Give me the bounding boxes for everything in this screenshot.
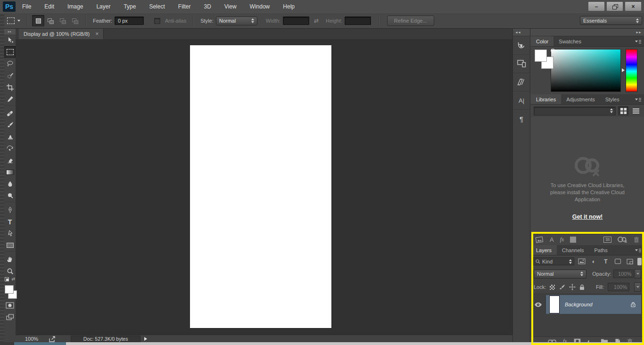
add-character-style-icon[interactable]: A bbox=[550, 236, 554, 243]
move-tool[interactable] bbox=[4, 34, 16, 46]
menu-help[interactable]: Help bbox=[276, 0, 301, 13]
tab-swatches[interactable]: Swatches bbox=[553, 36, 586, 46]
document-info[interactable]: Doc: 527.3K/0 bytes bbox=[71, 336, 140, 342]
document-tab[interactable]: Display ad @ 100% (RGB/8) × bbox=[19, 29, 104, 39]
type-tool[interactable]: T bbox=[4, 216, 16, 228]
menu-3d[interactable]: 3D bbox=[197, 0, 217, 13]
toolbar-collapse-arrows[interactable]: ▸▸ bbox=[4, 29, 16, 34]
tab-close-icon[interactable]: × bbox=[95, 31, 99, 37]
delete-library-item-icon[interactable] bbox=[634, 237, 639, 243]
filter-smart-objects-button[interactable] bbox=[625, 257, 635, 266]
swap-width-height-icon[interactable]: ⇄ bbox=[314, 19, 319, 23]
filter-type-layers-button[interactable]: T bbox=[601, 257, 611, 266]
layer-thumbnail[interactable] bbox=[549, 296, 560, 313]
tool-preset-picker[interactable] bbox=[5, 16, 23, 25]
menu-file[interactable]: File bbox=[16, 0, 38, 13]
style-select[interactable]: Normal bbox=[216, 16, 257, 25]
opacity-value[interactable]: 100% bbox=[613, 270, 634, 278]
add-layer-style-icon[interactable]: fx bbox=[560, 236, 564, 243]
panel-menu-icon[interactable] bbox=[635, 40, 641, 43]
workspace-select[interactable]: Essentials bbox=[580, 16, 642, 25]
rectangle-shape-tool[interactable] bbox=[4, 239, 16, 251]
width-input[interactable] bbox=[283, 16, 309, 25]
eraser-tool[interactable] bbox=[4, 155, 16, 166]
screen-mode-button[interactable] bbox=[4, 311, 16, 323]
blur-tool[interactable] bbox=[4, 178, 16, 190]
height-input[interactable] bbox=[345, 16, 371, 25]
spot-healing-brush-tool[interactable] bbox=[4, 107, 16, 119]
zoom-level[interactable]: 100% bbox=[25, 336, 38, 342]
fill-value[interactable]: 100% bbox=[608, 283, 629, 291]
filter-pixel-layers-button[interactable] bbox=[577, 257, 586, 266]
foreground-color-swatch[interactable] bbox=[5, 285, 14, 294]
collapse-left-arrows[interactable]: ◄◄ bbox=[513, 29, 530, 36]
quick-selection-tool[interactable] bbox=[4, 70, 16, 82]
history-panel-button[interactable] bbox=[513, 36, 530, 55]
filter-kind-select[interactable]: Kind bbox=[533, 257, 574, 265]
panel-menu-icon[interactable] bbox=[635, 98, 641, 101]
lock-all-icon[interactable] bbox=[579, 284, 585, 290]
list-view-button[interactable] bbox=[631, 107, 641, 115]
blend-mode-select[interactable]: Normal bbox=[534, 270, 586, 279]
hue-slider[interactable] bbox=[626, 49, 637, 92]
new-selection-button[interactable] bbox=[32, 15, 44, 26]
tab-channels[interactable]: Channels bbox=[557, 245, 589, 255]
quick-mask-button[interactable] bbox=[4, 299, 16, 311]
cc-sync-error-icon[interactable] bbox=[617, 236, 628, 243]
lock-image-pixels-icon[interactable] bbox=[559, 284, 565, 290]
foreground-color-swatch[interactable] bbox=[535, 49, 547, 62]
history-brush-tool[interactable] bbox=[4, 143, 16, 155]
clone-stamp-tool[interactable] bbox=[4, 131, 16, 143]
color-picker-marker[interactable] bbox=[551, 49, 555, 53]
subtract-from-selection-button[interactable] bbox=[57, 15, 69, 26]
path-selection-tool[interactable] bbox=[4, 228, 16, 239]
saturation-brightness-field[interactable] bbox=[551, 49, 621, 92]
menu-view[interactable]: View bbox=[218, 0, 243, 13]
panel-menu-icon[interactable] bbox=[635, 248, 641, 252]
filter-shape-layers-button[interactable] bbox=[613, 257, 623, 266]
add-color-icon[interactable] bbox=[570, 237, 576, 243]
tab-paths[interactable]: Paths bbox=[589, 245, 613, 255]
zoom-tool[interactable] bbox=[4, 265, 16, 277]
device-preview-panel-button[interactable] bbox=[513, 55, 530, 73]
document-canvas[interactable] bbox=[190, 45, 331, 328]
lock-position-icon[interactable] bbox=[569, 284, 576, 290]
status-flyout-arrow-icon[interactable] bbox=[144, 337, 147, 341]
opacity-dropdown-button[interactable] bbox=[635, 269, 641, 279]
feather-input[interactable]: 0 px bbox=[115, 16, 144, 25]
tab-libraries[interactable]: Libraries bbox=[531, 94, 561, 104]
brush-tool[interactable] bbox=[4, 119, 16, 131]
anti-alias-checkbox[interactable] bbox=[154, 18, 160, 24]
layer-name[interactable]: Background bbox=[565, 302, 593, 307]
refine-edge-button[interactable]: Refine Edge... bbox=[387, 16, 434, 26]
grid-view-button[interactable] bbox=[618, 107, 628, 115]
tab-adjustments[interactable]: Adjustments bbox=[561, 94, 600, 104]
get-it-now-link[interactable]: Get it now! bbox=[572, 214, 603, 220]
layer-row-background[interactable]: Background bbox=[531, 295, 644, 314]
menu-select[interactable]: Select bbox=[142, 0, 171, 13]
pen-tool[interactable] bbox=[4, 204, 16, 216]
collapse-right-arrows[interactable]: ►► bbox=[531, 29, 644, 36]
fill-dropdown-button[interactable] bbox=[634, 282, 641, 292]
rectangular-marquee-tool[interactable] bbox=[4, 46, 16, 58]
menu-layer[interactable]: Layer bbox=[90, 0, 117, 13]
menu-type[interactable]: Type bbox=[117, 0, 142, 13]
crop-tool[interactable] bbox=[4, 82, 16, 93]
library-select[interactable] bbox=[534, 107, 616, 115]
intersect-selection-button[interactable] bbox=[69, 15, 81, 26]
paragraph-panel-button[interactable]: ¶ bbox=[513, 110, 530, 128]
share-export-icon[interactable] bbox=[49, 336, 56, 342]
dodge-tool[interactable] bbox=[4, 190, 16, 202]
close-button[interactable]: × bbox=[625, 1, 642, 11]
properties-panel-button[interactable] bbox=[513, 73, 530, 91]
menu-edit[interactable]: Edit bbox=[38, 0, 61, 13]
hand-tool[interactable] bbox=[4, 254, 16, 265]
eye-icon[interactable] bbox=[534, 302, 542, 307]
tab-color[interactable]: Color bbox=[531, 36, 553, 46]
swap-colors-icon[interactable]: ⇄ bbox=[11, 277, 15, 281]
restore-button[interactable] bbox=[606, 1, 623, 11]
gradient-tool[interactable] bbox=[4, 166, 16, 178]
adobe-stock-icon[interactable]: St bbox=[603, 237, 611, 243]
tab-layers[interactable]: Layers bbox=[531, 245, 557, 255]
eyedropper-tool[interactable] bbox=[4, 93, 16, 105]
